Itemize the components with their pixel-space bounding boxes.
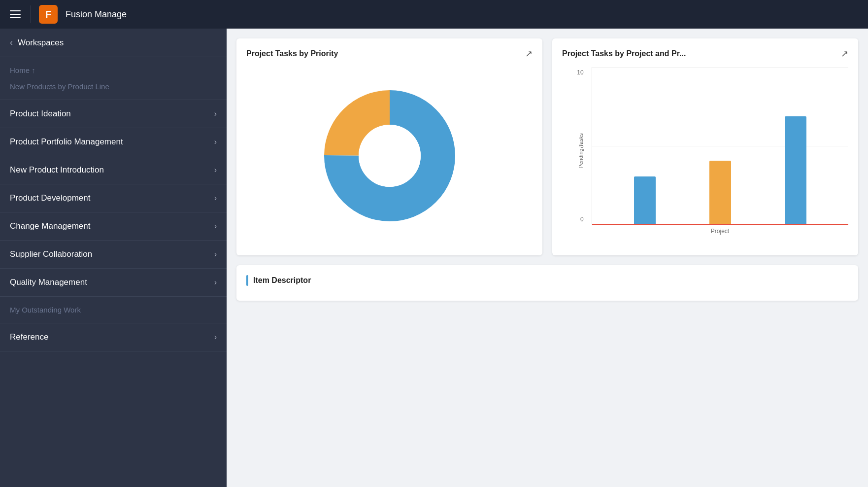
app-logo: F (39, 5, 58, 24)
bar-3 (785, 116, 806, 224)
chevron-right-icon: › (214, 166, 217, 174)
sidebar-item-supplier-collaboration[interactable]: Supplier Collaboration › (0, 241, 227, 269)
back-arrow-icon: ‹ (10, 37, 13, 48)
y-label-0: 0 (580, 216, 584, 223)
sidebar-item-product-ideation[interactable]: Product Ideation › (0, 100, 227, 128)
ghost-outstanding-work-text: My Outstanding Work (10, 302, 217, 318)
main-content: Project Tasks by Priority ↗ (227, 29, 868, 487)
bar-1 (634, 176, 656, 224)
sidebar: ‹ Workspaces Home ↑ New Products by Prod… (0, 29, 227, 487)
table-title: Item Descriptor (253, 276, 311, 285)
chart1-donut-svg (321, 87, 459, 225)
charts-row: Project Tasks by Priority ↗ (236, 38, 858, 255)
chart2-external-link-icon[interactable]: ↗ (841, 48, 848, 59)
x-axis-label: Project (592, 225, 848, 235)
chart-tasks-by-priority: Project Tasks by Priority ↗ (236, 38, 542, 255)
chart2-grid (592, 67, 848, 225)
y-axis-label: Pending Tasks (578, 133, 584, 168)
workspaces-label: Workspaces (18, 38, 64, 48)
chart2-body: Pending Tasks 10 5 0 (562, 67, 848, 235)
sidebar-item-product-development[interactable]: Product Development › (0, 184, 227, 212)
chevron-right-icon: › (214, 138, 217, 146)
chart2-header: Project Tasks by Project and Pr... ↗ (562, 48, 848, 59)
chart2-bar-area: Project (592, 67, 848, 235)
sidebar-item-new-product-intro[interactable]: New Product Introduction › (0, 156, 227, 184)
hamburger-menu[interactable] (8, 8, 23, 20)
chart2-title: Project Tasks by Project and Pr... (562, 49, 686, 58)
chevron-right-icon: › (214, 278, 217, 287)
chart-tasks-by-project: Project Tasks by Project and Pr... ↗ Pen… (552, 38, 858, 255)
header-divider (31, 5, 31, 23)
chart1-header: Project Tasks by Priority ↗ (246, 48, 533, 59)
table-card-header: Item Descriptor (246, 275, 848, 286)
chart1-donut-container (246, 67, 533, 244)
svg-point-2 (359, 125, 421, 187)
baseline (592, 224, 848, 225)
chart2-y-axis: Pending Tasks 10 5 0 (562, 67, 592, 235)
table-card: Item Descriptor (236, 265, 858, 301)
app-header: F Fusion Manage (0, 0, 868, 29)
bar-2 (709, 161, 731, 224)
main-layout: ‹ Workspaces Home ↑ New Products by Prod… (0, 29, 868, 487)
chart1-external-link-icon[interactable]: ↗ (525, 48, 533, 59)
ghost-new-products-text: New Products by Product Line (10, 78, 217, 95)
ghost-bottom-items: My Outstanding Work (0, 297, 227, 323)
table-accent-bar (246, 275, 248, 286)
chevron-right-icon: › (214, 250, 217, 259)
y-label-10: 10 (577, 69, 583, 76)
chart2-bars (592, 66, 848, 224)
ghost-home-text: Home ↑ (10, 62, 217, 78)
ghost-top-items: Home ↑ New Products by Product Line (0, 57, 227, 100)
chevron-right-icon: › (214, 222, 217, 231)
chevron-right-icon: › (214, 109, 217, 118)
workspaces-back-button[interactable]: ‹ Workspaces (0, 29, 227, 57)
app-title: Fusion Manage (66, 9, 127, 20)
chevron-right-icon: › (214, 333, 217, 342)
sidebar-item-change-management[interactable]: Change Management › (0, 212, 227, 241)
sidebar-item-product-portfolio[interactable]: Product Portfolio Management › (0, 128, 227, 156)
chart1-title: Project Tasks by Priority (246, 49, 338, 58)
sidebar-item-quality-management[interactable]: Quality Management › (0, 269, 227, 297)
chevron-right-icon: › (214, 194, 217, 203)
sidebar-item-reference[interactable]: Reference › (0, 323, 227, 351)
